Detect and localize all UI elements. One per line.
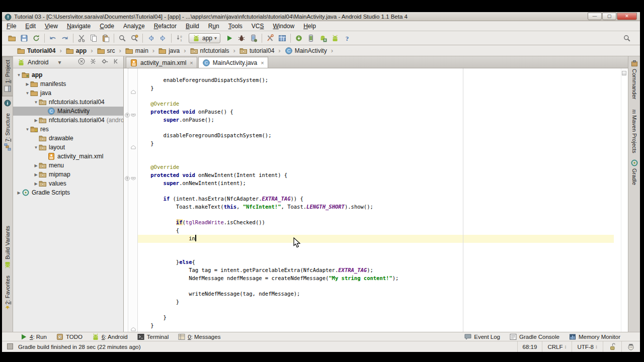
code-line[interactable]: } xyxy=(124,84,614,93)
editor-tab-MainActivity-java[interactable]: CMainActivity.java× xyxy=(198,57,268,68)
tool-window-button-memory-monitor[interactable]: Memory Monitor xyxy=(564,333,625,341)
tree-item-res[interactable]: ▼res xyxy=(13,125,123,134)
minimize-button[interactable]: — xyxy=(588,13,602,20)
tree-collapsed-arrow[interactable]: ▶ xyxy=(33,118,39,123)
code-line[interactable]: Tag tag = intent.getParcelableExtra(NfcA… xyxy=(124,266,614,275)
tree-item-MainActivity[interactable]: CMainActivity xyxy=(13,107,123,116)
sdk-manager-button[interactable] xyxy=(317,33,329,44)
avd-manager-button[interactable] xyxy=(305,33,317,44)
collapse-all-button[interactable] xyxy=(89,57,97,67)
code-line[interactable]: @Override xyxy=(124,100,614,108)
breadcrumb-item-tutorial04[interactable]: tutorial04 xyxy=(238,46,275,55)
device-monitor-button[interactable] xyxy=(329,33,341,44)
attach-debugger-button[interactable] xyxy=(248,33,260,44)
project-view-selector[interactable]: Android▾ xyxy=(15,58,63,67)
tree-collapsed-arrow[interactable]: ▶ xyxy=(16,191,22,195)
debug-button[interactable] xyxy=(235,33,248,44)
tree-collapsed-arrow[interactable]: ▶ xyxy=(25,82,30,86)
maximize-button[interactable]: ▢ xyxy=(602,13,616,20)
breadcrumb-item-app[interactable]: app xyxy=(65,46,88,55)
code-line[interactable] xyxy=(124,92,614,100)
breadcrumb-item-src[interactable]: src xyxy=(96,46,116,55)
code-line[interactable]: enableForegroundDispatchSystem(); xyxy=(124,76,614,84)
fold-open-marker[interactable] xyxy=(130,174,136,180)
tree-expanded-arrow[interactable]: ▼ xyxy=(33,145,39,150)
fold-end-marker[interactable] xyxy=(130,143,136,149)
save-all-button[interactable] xyxy=(18,33,30,44)
tool-window-tab-7-structure[interactable]: 7: Structure xyxy=(3,110,13,154)
tree-item-mipmap[interactable]: ▶mipmap xyxy=(13,170,123,179)
forward-button[interactable] xyxy=(157,33,169,44)
code-line[interactable]: in xyxy=(124,235,614,243)
menu-vcs[interactable]: VCS xyxy=(247,22,269,31)
hide-panel-button[interactable] xyxy=(112,57,120,67)
tool-window-tab-1-project[interactable]: 1: Project xyxy=(2,56,13,96)
tree-item-nfctutorials-tutorial04[interactable]: ▼nfctutorials.tutorial04 xyxy=(13,98,123,107)
synchronize-button[interactable] xyxy=(30,33,42,44)
menu-tools[interactable]: Tools xyxy=(224,22,247,31)
code-line[interactable]: writeNdefMessage(tag, ndefMessage); xyxy=(124,290,614,298)
code-line[interactable]: protected void onNewIntent(Intent intent… xyxy=(124,171,614,179)
tool-window-button-terminal[interactable]: Terminal xyxy=(132,333,173,341)
code-line[interactable]: super.onNewIntent(intent); xyxy=(124,179,614,188)
menu-run[interactable]: Run xyxy=(204,22,224,31)
run-button[interactable] xyxy=(223,33,235,44)
code-line[interactable]: if(tglReadWrite.isChecked()) xyxy=(124,219,614,227)
breadcrumb-item-MainActivity[interactable]: CMainActivity xyxy=(284,46,328,55)
code-line[interactable] xyxy=(124,187,614,195)
code-line[interactable]: } xyxy=(124,314,614,322)
background-process-icon[interactable] xyxy=(6,342,14,351)
code-line[interactable] xyxy=(124,282,614,290)
undo-button[interactable] xyxy=(47,33,59,44)
tree-item-drawable[interactable]: drawable xyxy=(13,134,123,143)
settings-button[interactable] xyxy=(264,33,276,44)
sync-gradle-button[interactable] xyxy=(293,33,305,44)
redo-button[interactable] xyxy=(59,33,71,44)
tree-expanded-arrow[interactable]: ▼ xyxy=(25,91,30,96)
code-line[interactable] xyxy=(124,250,614,258)
editor-tab-activity-main-xml[interactable]: activity_main.xml× xyxy=(126,57,197,68)
override-marker[interactable] xyxy=(124,174,130,180)
code-line[interactable] xyxy=(124,148,614,156)
tree-expanded-arrow[interactable]: ▼ xyxy=(16,73,22,77)
code-line[interactable] xyxy=(124,211,614,219)
code-line[interactable]: protected void onPause() { xyxy=(124,108,614,116)
code-line[interactable] xyxy=(124,68,614,76)
code-line[interactable]: super.onPause(); xyxy=(124,116,614,124)
copy-button[interactable] xyxy=(88,33,100,44)
breadcrumb-item-main[interactable]: main xyxy=(124,46,149,55)
tree-item-menu[interactable]: ▶menu xyxy=(13,161,123,170)
compare-button[interactable]: 01 xyxy=(174,33,186,44)
fold-end-marker[interactable] xyxy=(130,325,136,331)
close-button[interactable]: ✕ xyxy=(617,13,637,20)
tree-item-activity-main-xml[interactable]: activity_main.xml xyxy=(13,152,123,161)
breadcrumb-item-java[interactable]: java xyxy=(157,46,181,55)
tool-window-button-event-log[interactable]: Event Log xyxy=(459,333,505,341)
tree-expanded-arrow[interactable]: ▼ xyxy=(33,100,39,105)
menu-file[interactable]: File xyxy=(2,22,21,31)
view-options-button[interactable] xyxy=(101,57,109,67)
tree-collapsed-arrow[interactable]: ▶ xyxy=(33,163,39,168)
code-line[interactable]: }else{ xyxy=(124,258,614,266)
menu-code[interactable]: Code xyxy=(95,22,119,31)
search-everywhere-button[interactable] xyxy=(621,33,633,44)
tool-window-tab-commander[interactable]: Commander xyxy=(629,56,639,103)
tree-item-values[interactable]: ▶values xyxy=(13,179,123,188)
override-marker[interactable] xyxy=(124,111,130,117)
lock-icon[interactable] xyxy=(603,341,621,352)
menu-refactor[interactable]: Refactor xyxy=(149,22,181,31)
code-line[interactable]: Toast.makeText(this, "NfcIntent!", Toast… xyxy=(124,203,614,211)
tree-expanded-arrow[interactable]: ▼ xyxy=(25,127,30,132)
code-line[interactable]: disableForegroundDispatchSystem(); xyxy=(124,132,614,140)
code-line[interactable]: if (intent.hasExtra(NfcAdapter.EXTRA_TAG… xyxy=(124,195,614,203)
run-configuration-selector[interactable]: app▾ xyxy=(189,33,220,43)
close-view-button[interactable] xyxy=(77,57,86,67)
code-line[interactable]: } xyxy=(124,298,614,306)
tool-window-tab-gradle[interactable]: Gradle xyxy=(629,156,639,188)
cut-button[interactable] xyxy=(75,33,88,44)
tree-item-nfctutorials-tutorial04[interactable]: ▶nfctutorials.tutorial04(androidTest) xyxy=(13,116,123,125)
tool-window-tab-maven-projects[interactable]: mMaven Projects xyxy=(629,103,639,156)
menu-view[interactable]: View xyxy=(40,22,62,31)
code-line[interactable] xyxy=(124,306,614,314)
code-editor[interactable]: enableForegroundDispatchSystem(); } @Ove… xyxy=(124,68,628,332)
